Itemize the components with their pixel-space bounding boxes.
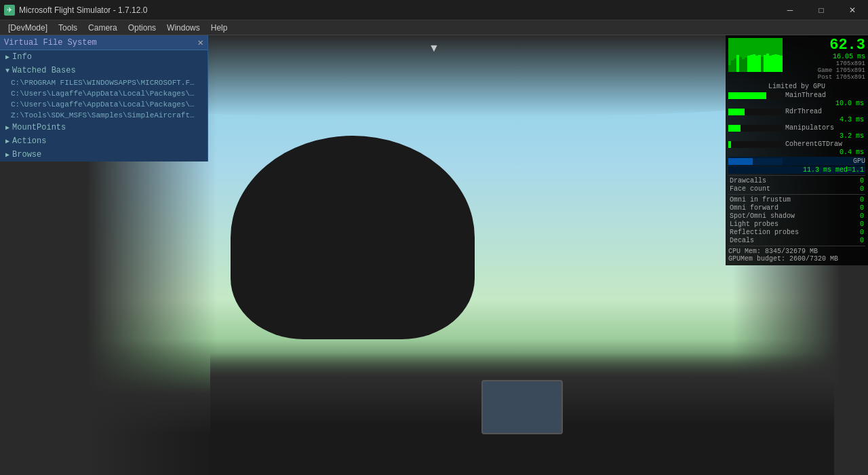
divider-2 [728,194,865,195]
vfs-title: Virtual File System [4,38,97,48]
mainthread-label: MainThread [785,92,819,99]
vfs-browse-label: Browse [12,150,41,159]
browse-arrow-icon: ▶ [5,151,9,159]
vfs-section-watched[interactable]: ▼ Watched Bases [0,64,208,77]
light-probes-value: 0 [860,221,864,228]
vfs-section-info[interactable]: ▶ Info [0,50,208,64]
vfs-section-browse[interactable]: ▶ Browse [0,148,208,162]
gpu-mem-text: GPUMem budget: 2600/7320 MB [728,255,865,263]
devmode-badge: [DevMode] [3,22,53,34]
window-title: Microsoft Flight Simulator - 1.7.12.0 [19,5,774,15]
limited-label: Limited by GPU [728,82,865,91]
omni-frustum-value: 0 [860,196,864,204]
game-res: Game 1705x891 [785,67,865,74]
coherent-label: CoherentGTDraw [785,140,819,148]
light-probes-row: Light probes 0 [728,221,865,228]
coherent-bar [728,141,731,148]
instrument-panel [210,353,834,475]
menu-help[interactable]: Help [205,22,233,34]
drawcalls-value: 0 [860,177,864,185]
vfs-mountpoints-label: MountPoints [12,123,66,132]
drawcalls-row: Drawcalls 0 [728,177,865,185]
gpu-row: GPU [728,157,865,166]
decals-row: Decals 0 [728,237,865,244]
divider-1 [728,175,865,176]
facecount-value: 0 [860,185,864,193]
omni-forward-row: Omni forward 0 [728,204,865,212]
vfs-watched-item-2[interactable]: C:\Users\Lagaffe\AppData\Local\Packages\… [0,88,208,99]
actions-arrow-icon: ▶ [5,137,9,145]
spot-shadow-row: Spot/Omni shadow 0 [728,212,865,220]
drawcalls-label: Drawcalls [730,177,766,185]
fps-numbers: 62.3 16.05 ms 1705x891 Game 1705x891 Pos… [785,38,865,81]
manipulators-bar [728,125,741,132]
perf-overlay: 62.3 16.05 ms 1705x891 Game 1705x891 Pos… [726,35,868,265]
vfs-titlebar: Virtual File System ✕ [0,35,208,50]
minimize-button[interactable]: ─ [774,0,806,20]
app-icon: ✈ [4,5,15,16]
reflection-label: Reflection probes [730,229,799,236]
decals-value: 0 [860,237,864,244]
manipulators-value: 3.2 ms [728,132,865,140]
vfs-watched-label: Watched Bases [12,66,76,75]
vfs-actions-label: Actions [12,136,46,146]
vfs-panel: Virtual File System ✕ ▶ Info ▼ Watched B… [0,35,208,162]
rdrthread-bar-container [728,109,783,115]
omni-forward-label: Omni forward [730,204,778,212]
mountpoints-arrow-icon: ▶ [5,124,9,132]
omni-forward-value: 0 [860,204,864,212]
crosshair: ▼ [429,42,439,54]
maximize-button[interactable]: □ [806,0,837,20]
fps-display: 62.3 16.05 ms 1705x891 Game 1705x891 Pos… [728,38,865,81]
close-button[interactable]: ✕ [837,0,868,20]
cpu-mem-text: CPU Mem: 8345/32679 MB [728,248,865,255]
vfs-info-label: Info [12,52,32,62]
facecount-label: Face count [730,185,770,193]
vfs-section-mountpoints[interactable]: ▶ MountPoints [0,121,208,134]
gpu-value: 11.3 ms med=1.1 [728,166,865,174]
pilot-helmet [231,136,475,339]
spot-shadow-label: Spot/Omni shadow [730,212,795,220]
instrument-screen [481,380,563,434]
main-area: ▼ Virtual File System ✕ ▶ Info ▼ Watched… [0,35,868,475]
menu-camera[interactable]: Camera [83,22,123,34]
gpu-bar-container [728,158,783,165]
window-controls: ─ □ ✕ [774,0,868,20]
facecount-row: Face count 0 [728,185,865,193]
vfs-section-actions[interactable]: ▶ Actions [0,134,208,148]
rdrthread-bar [728,109,745,115]
spot-shadow-value: 0 [860,212,864,220]
coherent-bar-container [728,141,783,148]
fps-value: 62.3 [785,38,865,53]
rdrthread-label: RdrThread [785,108,819,115]
rdrthread-value: 4.3 ms [728,116,865,124]
manipulators-label: Manipulators [785,124,819,132]
menu-windows[interactable]: Windows [161,22,205,34]
light-probes-label: Light probes [730,221,778,228]
rdrthread-row: RdrThread [728,108,865,115]
watched-arrow-icon: ▼ [5,67,9,75]
info-arrow-icon: ▶ [5,53,9,61]
mainthread-bar [728,92,766,99]
coherent-row: CoherentGTDraw [728,140,865,148]
decals-label: Decals [730,237,754,244]
fps-ms: 16.05 ms [785,53,865,60]
cpu-mem: CPU Mem: 8345/32679 MB GPUMem budget: 26… [728,248,865,263]
coherent-value: 0.4 ms [728,149,865,156]
reflection-value: 0 [860,229,864,236]
mainthread-row: MainThread [728,92,865,99]
manipulators-row: Manipulators [728,124,865,132]
menu-options[interactable]: Options [123,22,161,34]
post-res: Post 1705x891 [785,74,865,81]
manipulators-bar-container [728,125,783,132]
vfs-watched-item-4[interactable]: Z:\Tools\SDK_MSFS\Samples\SimpleAircraft… [0,110,208,121]
mainthread-bar-container [728,92,783,99]
mainthread-value: 10.0 ms [728,100,865,107]
menu-tools[interactable]: Tools [53,22,83,34]
vfs-watched-item-3[interactable]: C:\Users\Lagaffe\AppData\Local\Packages\… [0,99,208,110]
vfs-close-button[interactable]: ✕ [198,38,203,48]
titlebar: ✈ Microsoft Flight Simulator - 1.7.12.0 … [0,0,868,20]
omni-frustum-row: Omni in frustum 0 [728,196,865,204]
divider-3 [728,246,865,246]
vfs-watched-item-1[interactable]: C:\PROGRAM FILES\WINDOWSAPPS\MICROSOFT.F… [0,77,208,88]
